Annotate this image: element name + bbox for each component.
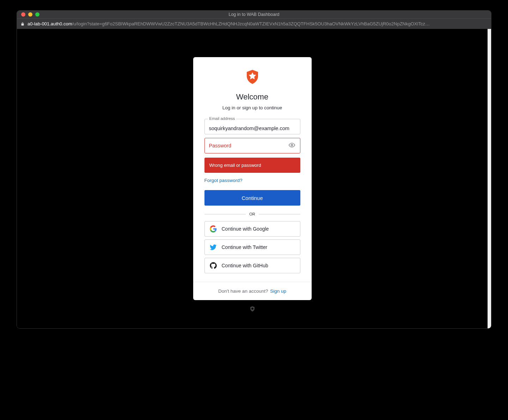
password-field-wrap: Password [204,138,300,153]
divider-line-left [204,214,246,214]
eye-icon [288,145,295,150]
continue-button[interactable]: Continue [204,190,300,206]
continue-with-twitter-button[interactable]: Continue with Twitter [204,239,300,255]
close-window-button[interactable] [21,12,25,17]
error-banner: Wrong email or password [204,158,300,173]
page-title: Welcome [236,92,268,102]
google-button-label: Continue with Google [222,226,269,232]
twitter-button-label: Continue with Twitter [222,244,268,250]
divider: OR [204,212,300,216]
maximize-window-button[interactable] [35,12,39,17]
divider-label: OR [249,212,255,216]
divider-line-right [259,214,300,214]
window-title: Log in to WAB Dashboard [17,12,491,17]
continue-with-github-button[interactable]: Continue with GitHub [204,258,300,273]
url-path: /u/login?state=g6Fo2SBIWkpaREhDWWVwU2Zzc… [72,21,429,26]
scrollbar[interactable] [488,29,491,328]
svg-point-0 [291,144,293,146]
traffic-lights [17,12,39,17]
google-icon [210,225,217,232]
browser-window: Log in to WAB Dashboard a0-lab-001.auth0… [17,11,491,328]
page-content: Welcome Log in or sign up to continue Em… [17,29,488,328]
viewport: Welcome Log in or sign up to continue Em… [17,29,491,328]
lock-icon [20,22,25,26]
show-password-button[interactable] [286,140,298,152]
continue-with-google-button[interactable]: Continue with Google [204,221,300,237]
signup-prompt: Don't have an account? [218,288,268,294]
auth0-footer-badge[interactable] [249,306,256,312]
auth0-logo-icon [244,68,261,85]
github-icon [210,262,217,269]
email-label: Email address [208,116,237,121]
address-bar[interactable]: a0-lab-001.auth0.com/u/login?state=g6Fo2… [17,18,491,29]
signup-link[interactable]: Sign up [270,288,286,294]
card-footer: Don't have an account? Sign up [193,282,312,300]
url-host: a0-lab-001.auth0.com [27,21,72,26]
url-text: a0-lab-001.auth0.com/u/login?state=g6Fo2… [27,21,430,26]
forgot-password-link[interactable]: Forgot password? [204,178,243,183]
subtitle: Log in or sign up to continue [222,105,282,110]
github-button-label: Continue with GitHub [222,263,268,268]
minimize-window-button[interactable] [28,12,32,17]
twitter-icon [210,244,217,251]
email-field-wrap: Email address [204,119,300,134]
titlebar: Log in to WAB Dashboard [17,11,491,18]
email-field[interactable] [204,119,300,134]
login-card: Welcome Log in or sign up to continue Em… [193,57,312,300]
